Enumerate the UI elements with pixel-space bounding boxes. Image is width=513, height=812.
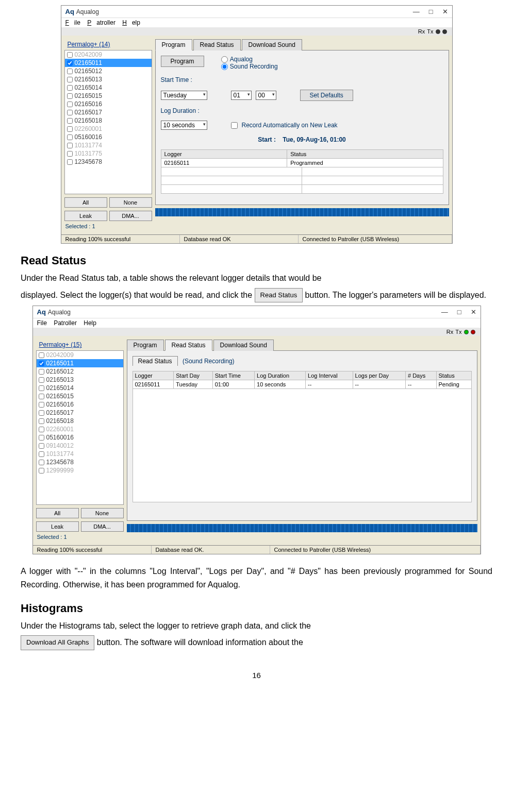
logger-checkbox[interactable]	[39, 394, 44, 399]
logger-item[interactable]: 02165014	[37, 384, 123, 392]
tab-read-status[interactable]: Read Status	[165, 340, 212, 351]
logger-item[interactable]: 10131775	[65, 149, 152, 158]
logger-item[interactable]: 02165012	[65, 67, 152, 75]
sub-tab-read-status[interactable]: Read Status	[133, 356, 178, 366]
logger-checkbox[interactable]	[39, 468, 44, 473]
program-button[interactable]: Program	[161, 56, 204, 67]
logger-item[interactable]: 02165018	[37, 417, 123, 425]
logger-checkbox[interactable]	[67, 151, 73, 157]
menu-file[interactable]: File	[65, 19, 80, 26]
set-defaults-button[interactable]: Set Defaults	[300, 90, 353, 101]
tab-download-sound[interactable]: Download Sound	[213, 340, 274, 351]
menu-patroller[interactable]: Patroller	[87, 19, 115, 26]
permalog-link[interactable]: Permalog+ (14)	[64, 39, 152, 50]
logger-checkbox[interactable]	[67, 69, 73, 74]
logger-checkbox[interactable]	[39, 369, 44, 375]
logger-item[interactable]: 02165018	[65, 116, 152, 125]
duration-dropdown[interactable]: 10 seconds	[161, 121, 207, 130]
logger-item[interactable]: 12999999	[37, 466, 123, 475]
tab-program[interactable]: Program	[155, 39, 192, 50]
logger-item[interactable]: 02260001	[37, 425, 123, 433]
none-button[interactable]: None	[81, 508, 124, 518]
logger-item[interactable]: 02165017	[65, 108, 152, 116]
dma-button[interactable]: DMA...	[109, 211, 152, 221]
download-all-graphs-button[interactable]: Download All Graphs	[21, 635, 94, 650]
logger-checkbox[interactable]	[67, 118, 73, 124]
logger-checkbox[interactable]	[39, 377, 44, 383]
logger-item[interactable]: 10131774	[37, 450, 123, 458]
tab-download-sound[interactable]: Download Sound	[242, 39, 302, 50]
logger-checkbox[interactable]	[67, 126, 73, 132]
maximize-icon[interactable]: □	[429, 8, 433, 15]
maximize-icon[interactable]: □	[457, 308, 461, 316]
logger-checkbox[interactable]	[39, 352, 44, 358]
logger-item[interactable]: 05160016	[65, 133, 152, 141]
logger-checkbox[interactable]	[67, 93, 73, 99]
minute-dropdown[interactable]: 00	[256, 91, 276, 100]
logger-checkbox[interactable]	[67, 143, 73, 148]
logger-item[interactable]: 12345678	[37, 458, 123, 466]
logger-item[interactable]: 02165016	[37, 400, 123, 409]
logger-list[interactable]: 0204200902165011021650120216501302165014…	[36, 350, 124, 505]
logger-item[interactable]: 09140012	[37, 442, 123, 450]
logger-checkbox[interactable]	[67, 77, 73, 82]
logger-checkbox[interactable]	[67, 52, 73, 58]
minimize-icon[interactable]: —	[441, 308, 448, 316]
logger-item[interactable]: 02165014	[65, 83, 152, 92]
permalog-link[interactable]: Permalog+ (15)	[36, 339, 124, 350]
logger-item[interactable]: 10131774	[65, 141, 152, 149]
logger-item[interactable]: 12345678	[65, 158, 152, 166]
logger-checkbox[interactable]	[67, 102, 73, 107]
close-icon[interactable]: ✕	[471, 308, 476, 316]
logger-checkbox[interactable]	[39, 418, 44, 424]
logger-item[interactable]: 02165015	[37, 392, 123, 400]
tab-read-status[interactable]: Read Status	[193, 39, 241, 50]
leak-button[interactable]: Leak	[36, 521, 79, 532]
logger-checkbox[interactable]	[39, 443, 44, 449]
logger-item[interactable]: 02165011	[65, 59, 152, 67]
logger-item[interactable]: 02165012	[37, 367, 123, 376]
logger-item[interactable]: 02165015	[65, 92, 152, 100]
logger-checkbox[interactable]	[39, 361, 44, 366]
logger-item[interactable]: 02165011	[37, 359, 123, 367]
all-button[interactable]: All	[36, 508, 79, 518]
all-button[interactable]: All	[64, 197, 107, 208]
logger-item[interactable]: 02165016	[65, 100, 152, 108]
menu-file[interactable]: File	[37, 319, 47, 327]
logger-item[interactable]: 02165017	[37, 409, 123, 417]
logger-item[interactable]: 02042009	[65, 50, 152, 59]
logger-checkbox[interactable]	[67, 85, 73, 91]
read-status-button-inline[interactable]: Read Status	[255, 288, 303, 303]
radio-sound-recording[interactable]	[221, 63, 228, 70]
menu-help[interactable]: Help	[122, 19, 140, 26]
day-dropdown[interactable]: Tuesday	[161, 91, 207, 100]
none-button[interactable]: None	[109, 197, 152, 208]
logger-checkbox[interactable]	[39, 410, 44, 416]
menu-help[interactable]: Help	[84, 319, 96, 327]
logger-item[interactable]: 02260001	[65, 125, 152, 133]
radio-aqualog[interactable]	[221, 56, 228, 63]
logger-item[interactable]: 02165013	[65, 75, 152, 83]
logger-checkbox[interactable]	[67, 134, 73, 140]
logger-checkbox[interactable]	[67, 110, 73, 115]
logger-item[interactable]: 02165013	[37, 376, 123, 384]
logger-list[interactable]: 0204200902165011021650120216501302165014…	[64, 50, 152, 194]
logger-checkbox[interactable]	[67, 60, 73, 66]
record-auto-checkbox[interactable]	[231, 122, 238, 129]
logger-checkbox[interactable]	[67, 159, 73, 165]
minimize-icon[interactable]: —	[413, 8, 420, 15]
dma-button[interactable]: DMA...	[81, 521, 124, 532]
logger-checkbox[interactable]	[39, 451, 44, 457]
logger-checkbox[interactable]	[39, 435, 44, 441]
tab-program[interactable]: Program	[127, 340, 164, 351]
hour-dropdown[interactable]: 01	[231, 91, 252, 100]
logger-item[interactable]: 05160016	[37, 433, 123, 442]
logger-item[interactable]: 02042009	[37, 351, 123, 359]
logger-checkbox[interactable]	[39, 427, 44, 432]
logger-checkbox[interactable]	[39, 460, 44, 465]
logger-checkbox[interactable]	[39, 402, 44, 408]
menu-patroller[interactable]: Patroller	[54, 319, 77, 327]
leak-button[interactable]: Leak	[64, 211, 107, 221]
close-icon[interactable]: ✕	[442, 8, 448, 15]
logger-checkbox[interactable]	[39, 385, 44, 391]
